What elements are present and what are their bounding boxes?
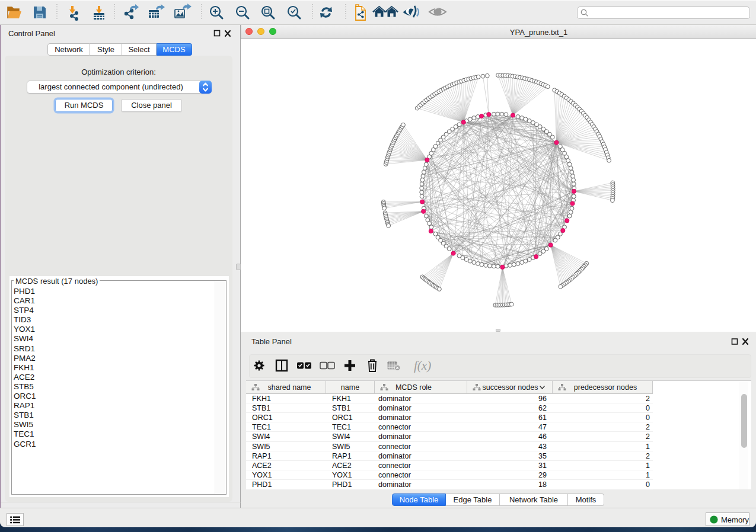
svg-text:f(x): f(x) <box>414 358 431 373</box>
